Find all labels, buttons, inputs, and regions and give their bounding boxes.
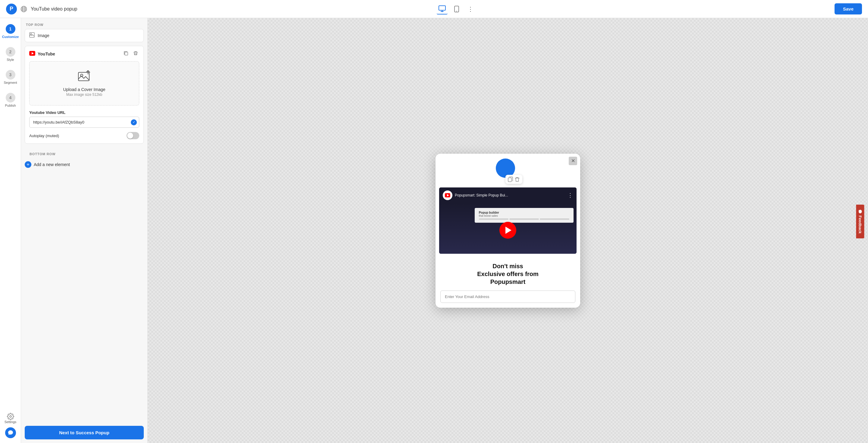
step-4-circle: 4: [6, 93, 16, 102]
youtube-url-input[interactable]: [29, 117, 139, 128]
left-panel: TOP ROW Image YouTube: [21, 18, 148, 443]
video-header: Popupsmart: Simple Popup Bui... ⋮: [439, 187, 577, 203]
popup-email-area: [435, 290, 580, 308]
add-element-button[interactable]: + Add a new element: [25, 158, 70, 171]
popup-builder-sub: that boost sales: [479, 214, 569, 217]
url-field-label: Youtube Video URL: [29, 110, 139, 115]
steps-bottom: Settings: [2, 410, 19, 443]
popup-logo: [496, 159, 520, 183]
video-title: Popupsmart: Simple Popup Bui...: [455, 193, 565, 197]
settings-button[interactable]: Settings: [2, 410, 19, 426]
svg-rect-19: [508, 178, 512, 182]
step-2-circle: 2: [6, 47, 16, 57]
settings-label: Settings: [4, 420, 17, 424]
bottom-row-section: BOTTOM ROW + Add a new element: [21, 147, 147, 175]
popup-text-area: Don't miss Exclusive offers from Popupsm…: [435, 256, 580, 290]
app-logo: P: [6, 4, 17, 14]
more-options-button[interactable]: ⋮: [466, 4, 475, 14]
popup-builder-text: Popup builder: [479, 211, 569, 214]
upload-sublabel: Max image size 512kb: [66, 93, 102, 97]
copy-icon: [508, 177, 513, 182]
autoplay-toggle[interactable]: [127, 132, 139, 139]
svg-rect-5: [439, 6, 445, 10]
step-4-label: Publish: [5, 104, 16, 107]
step-3-label: Segment: [4, 81, 17, 84]
feedback-icon: [858, 210, 862, 214]
desktop-view-button[interactable]: [437, 4, 447, 14]
popup-close-button[interactable]: ✕: [569, 157, 577, 165]
toggle-knob: [127, 133, 133, 138]
canvas-area: ✕: [148, 18, 868, 443]
url-field-wrapper: ✓: [29, 117, 139, 128]
video-play-button[interactable]: [499, 222, 516, 239]
next-button[interactable]: Next to Success Popup: [25, 426, 144, 439]
header-center: ⋮: [437, 4, 475, 14]
trash-icon: [515, 177, 520, 182]
step-publish[interactable]: 4 Publish: [0, 90, 21, 110]
step-style[interactable]: 2 Style: [0, 44, 21, 64]
steps-sidebar: 1 Customize 2 Style 3 Segment 4 Publish: [0, 18, 21, 443]
yt-block-title: YouTube: [29, 51, 55, 57]
globe-icon: [21, 6, 27, 12]
upload-icon: [78, 70, 91, 85]
delete-button[interactable]: [132, 50, 139, 58]
popup-logo-area: [435, 154, 580, 185]
image-card-icon: [29, 32, 35, 39]
popup-preview: ✕: [435, 154, 580, 308]
app-header: P YouTube video popup ⋮ Save: [0, 0, 868, 18]
popup-email-input[interactable]: [440, 290, 575, 303]
upload-cover-area[interactable]: Upload a Cover Image Max image size 512k…: [29, 61, 139, 105]
duplicate-button[interactable]: [122, 50, 130, 58]
header-left: P YouTube video popup: [6, 4, 78, 14]
mockup-logos: [479, 219, 569, 220]
svg-rect-16: [125, 52, 128, 55]
next-btn-wrapper: Next to Success Popup: [21, 422, 147, 443]
page-title: YouTube video popup: [31, 6, 78, 12]
mobile-view-button[interactable]: [453, 4, 461, 14]
youtube-icon: [29, 51, 35, 57]
popup-headline: Don't miss Exclusive offers from Popupsm…: [441, 262, 574, 286]
top-row-label: TOP ROW: [21, 18, 147, 29]
screen-mockup: Popup builder that boost sales: [475, 208, 574, 223]
step-3-circle: 3: [6, 70, 16, 80]
bottom-row-label: BOTTOM ROW: [25, 147, 144, 158]
logo-white-box: [505, 175, 522, 184]
step-2-label: Style: [7, 58, 14, 61]
youtube-block: YouTube: [25, 46, 144, 144]
autoplay-label: Autoplay (muted): [29, 133, 59, 138]
yt-block-actions: [122, 50, 139, 58]
popup-video: Popupsmart: Simple Popup Bui... ⋮ Popup …: [439, 187, 577, 254]
step-1-circle: 1: [6, 24, 16, 34]
video-content: Popup builder that boost sales: [439, 203, 577, 254]
main-area: 1 Customize 2 Style 3 Segment 4 Publish: [0, 18, 868, 443]
step-1-label: Customize: [2, 35, 19, 39]
chat-button[interactable]: [5, 427, 16, 438]
yt-circle: [443, 190, 453, 200]
video-more-icon[interactable]: ⋮: [567, 192, 573, 199]
feedback-tab[interactable]: Feedback: [856, 204, 864, 239]
add-plus-icon: +: [25, 161, 31, 168]
play-triangle-icon: [505, 227, 512, 234]
step-segment[interactable]: 3 Segment: [0, 67, 21, 87]
url-check-icon: ✓: [131, 119, 137, 125]
image-element-card[interactable]: Image: [25, 29, 144, 42]
upload-label: Upload a Cover Image: [63, 87, 105, 92]
autoplay-row: Autoplay (muted): [29, 132, 139, 139]
save-button[interactable]: Save: [835, 3, 862, 14]
image-card-label: Image: [38, 33, 50, 38]
svg-point-10: [456, 10, 457, 11]
svg-rect-17: [79, 72, 89, 81]
step-customize[interactable]: 1 Customize: [0, 21, 21, 41]
yt-block-header: YouTube: [29, 50, 139, 58]
